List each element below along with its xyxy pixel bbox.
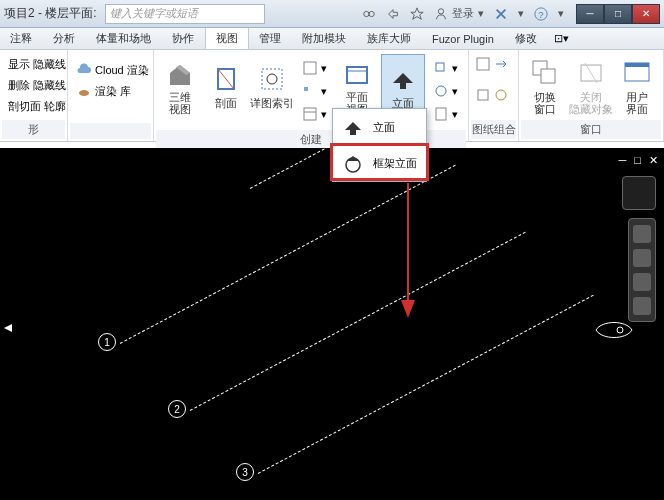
dropdown-item-elevation[interactable]: 立面 <box>333 109 426 145</box>
help-icon[interactable]: ? <box>534 7 548 21</box>
tab-annotate[interactable]: 注释 <box>0 28 43 49</box>
render-lib-button[interactable]: 渲染 库 <box>72 81 153 101</box>
share-icon[interactable] <box>386 7 400 21</box>
chevron-down-icon: ▾ <box>478 7 484 20</box>
svg-rect-19 <box>478 90 488 100</box>
grid-bubble-1[interactable]: 1 <box>98 333 116 351</box>
svg-rect-22 <box>541 69 555 83</box>
tab-addins[interactable]: 附加模块 <box>292 28 357 49</box>
ribbon-group-window: 切换 窗口 关闭 隐藏对象 用户 界面 窗口 <box>519 50 664 141</box>
gridline[interactable] <box>120 165 456 344</box>
remove-hidden-lines-button[interactable]: 删除 隐藏线 <box>4 75 70 95</box>
small-btn-5[interactable]: ▾ <box>429 81 462 101</box>
group-label: 形 <box>2 120 65 139</box>
cursor-marker <box>4 323 14 333</box>
group-label: 图纸组合 <box>471 120 516 139</box>
section-button[interactable]: 剖面 <box>204 54 248 118</box>
search-input[interactable]: 键入关键字或短语 <box>105 4 265 24</box>
framing-elevation-icon <box>341 151 365 175</box>
dropdown-item-framing-elevation[interactable]: 框架立面 <box>333 145 426 181</box>
login-button[interactable]: 登录 ▾ <box>434 6 484 21</box>
callout-button[interactable]: 详图索引 <box>250 54 294 118</box>
canvas-close-icon[interactable]: ✕ <box>649 154 658 167</box>
match-icon[interactable] <box>493 87 509 103</box>
tab-manage[interactable]: 管理 <box>249 28 292 49</box>
gridline[interactable] <box>258 295 594 474</box>
drawing-canvas[interactable]: ─ □ ✕ 1 2 3 <box>0 148 664 500</box>
sheet-icon[interactable] <box>475 56 491 72</box>
svg-line-24 <box>585 63 597 83</box>
svg-point-30 <box>617 327 623 333</box>
teapot-icon <box>76 83 92 99</box>
canvas-minimize-icon[interactable]: ─ <box>619 154 627 167</box>
nav-zoom-icon[interactable] <box>633 273 651 291</box>
star-icon[interactable] <box>410 7 424 21</box>
small-btn-4[interactable]: ▾ <box>429 58 462 78</box>
tab-family[interactable]: 族库大师 <box>357 28 422 49</box>
nav-pan-icon[interactable] <box>633 249 651 267</box>
binoculars-icon[interactable] <box>362 7 376 21</box>
window-title: 项目2 - 楼层平面: <box>4 5 97 22</box>
grid-bubble-3[interactable]: 3 <box>236 463 254 481</box>
small-btn-2[interactable]: ▾ <box>298 81 331 101</box>
svg-rect-27 <box>350 130 356 135</box>
dd-label: 框架立面 <box>373 156 417 171</box>
close-button[interactable]: ✕ <box>632 4 660 24</box>
nav-orbit-icon[interactable] <box>633 297 651 315</box>
dd-label: 立面 <box>373 120 395 135</box>
close-hidden-button[interactable]: 关闭 隐藏对象 <box>569 54 613 118</box>
nav-wheel-icon[interactable] <box>633 225 651 243</box>
svg-rect-6 <box>262 69 282 89</box>
tab-massing[interactable]: 体量和场地 <box>86 28 162 49</box>
legend-icon <box>302 83 318 99</box>
show-hidden-lines-button[interactable]: 显示 隐藏线 <box>4 54 70 74</box>
user-icon <box>434 7 448 21</box>
svg-point-5 <box>79 90 89 96</box>
titlebar-icons: 登录 ▾ ▾ ? ▾ <box>362 6 564 21</box>
switch-window-button[interactable]: 切换 窗口 <box>523 54 567 118</box>
canvas-maximize-icon[interactable]: □ <box>634 154 641 167</box>
menu-expand-icon[interactable]: ⊡▾ <box>554 32 569 45</box>
maximize-button[interactable]: □ <box>604 4 632 24</box>
tab-view[interactable]: 视图 <box>205 28 249 49</box>
window-buttons: ─ □ ✕ <box>576 4 660 24</box>
cloud-render-button[interactable]: Cloud 渲染 <box>72 60 153 80</box>
login-label: 登录 <box>452 6 474 21</box>
svg-point-2 <box>438 8 443 13</box>
grid-bubble-2[interactable]: 2 <box>168 400 186 418</box>
svg-point-20 <box>496 90 506 100</box>
arrow-icon[interactable] <box>493 56 509 72</box>
cut-profile-button[interactable]: 剖切面 轮廓 <box>4 96 70 116</box>
grid-icon <box>302 60 318 76</box>
gridline[interactable] <box>190 232 526 411</box>
threeD-view-button[interactable]: 三维 视图 <box>158 54 202 118</box>
tab-collab[interactable]: 协作 <box>162 28 205 49</box>
tab-modify[interactable]: 修改 <box>505 28 548 49</box>
box-icon[interactable] <box>475 87 491 103</box>
tab-fuzor[interactable]: Fuzor Plugin <box>422 28 505 49</box>
minimize-button[interactable]: ─ <box>576 4 604 24</box>
titlebar: 项目2 - 楼层平面: 键入关键字或短语 登录 ▾ ▾ ? ▾ ─ □ ✕ <box>0 0 664 28</box>
small-btn-3[interactable]: ▾ <box>298 104 331 124</box>
svg-point-16 <box>436 86 446 96</box>
small-btn-6[interactable]: ▾ <box>429 104 462 124</box>
svg-point-7 <box>267 74 277 84</box>
sheet-icon <box>433 106 449 122</box>
ui-button[interactable]: 用户 界面 <box>615 54 659 118</box>
section-icon <box>210 63 242 95</box>
navigation-bar[interactable] <box>628 218 656 322</box>
canvas-controls: ─ □ ✕ <box>619 154 658 167</box>
house-3d-icon <box>164 57 196 89</box>
small-btn-1[interactable]: ▾ <box>298 58 331 78</box>
chevron-down-icon[interactable]: ▾ <box>558 7 564 20</box>
schedule-icon <box>302 106 318 122</box>
plan-icon <box>341 57 373 89</box>
tab-analyze[interactable]: 分析 <box>43 28 86 49</box>
chevron-down-icon[interactable]: ▾ <box>518 7 524 20</box>
svg-rect-18 <box>477 58 489 70</box>
scope-icon <box>433 83 449 99</box>
x-icon[interactable] <box>494 7 508 21</box>
view-cube[interactable] <box>622 176 656 210</box>
elevation-marker[interactable] <box>594 318 634 342</box>
svg-rect-26 <box>625 63 649 67</box>
